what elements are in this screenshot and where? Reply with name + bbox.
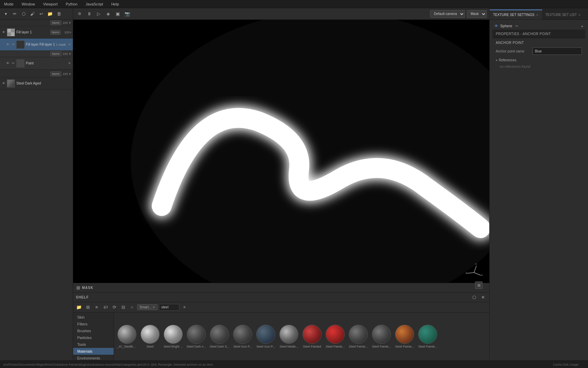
steel-blend-row: Norm 100 ▾	[0, 71, 73, 77]
shelf-cat-tools[interactable]: Tools	[73, 341, 114, 348]
mask-visibility-icon[interactable]: 👁	[5, 42, 10, 47]
shelf-item-12[interactable]: Steel Painte...	[394, 325, 415, 348]
paint-layer-thumbnail	[16, 59, 24, 67]
texture-set-edit-icon[interactable]: ✏	[516, 24, 518, 28]
shelf-cat-environments[interactable]: Environments	[73, 355, 114, 361]
paint-close-icon[interactable]: ✕	[67, 61, 71, 65]
shelf-item-3[interactable]: Steel Dark A...	[186, 325, 207, 348]
shelf-close-search[interactable]: ✕	[181, 304, 188, 311]
tab-texture-set-settings[interactable]: TEXTURE SET SETTINGS ✕	[490, 10, 542, 19]
pause-icon[interactable]: ⏸	[85, 10, 93, 18]
anchor-name-input[interactable]	[533, 47, 582, 55]
shelf: SHELF ⬡ ✕ 📁 ⊞ ≡ 🏷 ⟳ ⊟ ○ Smart... ✕	[73, 292, 489, 361]
shelf-item-4[interactable]: Steel Dark S...	[209, 325, 230, 348]
shelf-item-5[interactable]: Steel Gun P...	[232, 325, 253, 348]
trash-icon[interactable]: 🗑	[55, 10, 63, 18]
display-mode-select[interactable]: Mask	[467, 10, 487, 18]
menu-python[interactable]: Python	[64, 1, 79, 7]
viewport-toolbar: ⚙ ⏸ ▷ ◈ ▣ 📷 Default camera Mask	[73, 8, 489, 20]
shelf-cat-skin[interactable]: Skin	[73, 314, 114, 321]
menu-help[interactable]: Help	[110, 1, 120, 7]
paint-blend-badge[interactable]: Norm	[50, 51, 61, 56]
fill-layer-opacity: 100	[61, 31, 69, 34]
paint-pen-icon[interactable]: ✏	[11, 61, 16, 66]
menu-mode[interactable]: Mode	[3, 1, 15, 7]
svg-line-4	[474, 273, 481, 275]
references-header[interactable]: ▾ References	[496, 57, 582, 63]
viewport-mode-icon[interactable]: ▷	[95, 10, 102, 18]
paint-blend-row: Norm 100 ▾	[0, 51, 73, 57]
shelf-item-8[interactable]: Steel Painted	[302, 325, 322, 348]
shelf-item-2[interactable]: Steel Bright ...	[163, 325, 183, 348]
fill-layer-blend[interactable]: Norm	[50, 30, 61, 35]
tab-texture-set-list[interactable]: TEXTURE SET LIST ✕	[542, 10, 585, 19]
shelf-item-9[interactable]: Steel Painte...	[325, 325, 345, 348]
shelf-cat-materials[interactable]: Materials	[73, 348, 114, 355]
tab-settings-close[interactable]: ✕	[536, 13, 539, 17]
shelf-item-1[interactable]: Steel	[140, 325, 160, 348]
brush-tool-icon[interactable]: ✏	[11, 10, 18, 18]
blend-row: Norm 100 ▾	[0, 20, 73, 26]
steel-blend-badge[interactable]: Norm	[50, 72, 61, 76]
shelf-item-0[interactable]: _JC_SteelBase	[117, 325, 137, 348]
layer-panel: 👁 Fill layer 1 Norm 100 ▾ 👁 ✏ Fill layer…	[0, 26, 73, 361]
shelf-expand-icon[interactable]: ⬡	[470, 294, 478, 301]
texture-set-eye-icon[interactable]: 👁	[494, 24, 498, 28]
shelf-item-13[interactable]: Steel Painte...	[418, 325, 438, 348]
smart-tab-close[interactable]: ✕	[152, 306, 155, 309]
steel-layer-item[interactable]: 👁 Steel Dark Aged	[0, 77, 73, 90]
mask-pen-icon[interactable]: ✏	[11, 42, 16, 47]
shelf-label-3: Steel Dark A...	[186, 345, 207, 348]
shelf-thumb-3	[187, 325, 206, 344]
steel-visibility-icon[interactable]: 👁	[1, 81, 6, 86]
shelf-filter-icon[interactable]: ⊟	[119, 304, 127, 311]
mask-close-icon[interactable]: ✕	[67, 43, 71, 47]
shelf-label-0: _JC_SteelBase	[117, 345, 137, 348]
shelf-folder-icon[interactable]: 📁	[75, 304, 83, 311]
lasso-icon[interactable]: ⬡	[20, 10, 27, 18]
camera-select[interactable]: Default camera	[430, 10, 465, 18]
shelf-thumb-11	[372, 325, 391, 344]
shelf-tag-icon[interactable]: 🏷	[102, 304, 109, 311]
shelf-search-input[interactable]	[159, 304, 179, 311]
render-icon[interactable]: ▣	[114, 10, 121, 18]
shelf-cat-brushes[interactable]: Brushes	[73, 327, 114, 334]
properties-panel: PROPERTIES - ANCHOR POINT ANCHOR POINT A…	[492, 30, 585, 73]
blend-mode-badge[interactable]: Norm	[50, 20, 61, 25]
camera-capture-icon[interactable]: 📷	[124, 10, 131, 18]
paint-visibility-icon[interactable]: 👁	[5, 61, 10, 66]
shelf-cat-particles[interactable]: Particles	[73, 334, 114, 341]
smart-tab[interactable]: Smart... ✕	[137, 304, 158, 310]
viewport-settings-icon[interactable]: ⚙	[76, 10, 83, 18]
fill-layer-mask-item[interactable]: 👁 ✏ Fill layer Fill layer 1 1 mask ✕	[0, 39, 73, 51]
layer-visibility-icon[interactable]: 👁	[1, 30, 6, 35]
material-icon[interactable]: ◈	[104, 10, 112, 18]
arc-icon[interactable]: ↩	[37, 10, 45, 18]
paint-opacity: 100	[63, 52, 68, 56]
svg-rect-1	[7, 29, 11, 32]
shelf-close-icon[interactable]: ✕	[479, 294, 487, 301]
tab-list-close[interactable]: ✕	[578, 13, 581, 17]
shelf-item-6[interactable]: Steel Gun P...	[256, 325, 276, 348]
menu-javascript[interactable]: JavaScript	[84, 1, 104, 7]
left-panel: ▾ ✏ ⬡ 🖌 ↩ 📁 🗑 Norm 100 ▾ 👁 Fill layer 1 …	[0, 8, 73, 361]
dropdown-icon[interactable]: ▾	[2, 10, 10, 18]
shelf-item-7[interactable]: Steel Medie...	[279, 325, 299, 348]
shelf-circle-icon[interactable]: ○	[128, 304, 136, 311]
shelf-item-11[interactable]: Steel Painte...	[371, 325, 392, 348]
shelf-list-icon[interactable]: ≡	[93, 304, 100, 311]
shelf-label-6: Steel Gun P...	[256, 345, 276, 348]
shelf-item-10[interactable]: Steel Painte...	[348, 325, 369, 348]
references-chevron-icon: ▾	[496, 59, 497, 62]
folder-icon[interactable]: 📁	[46, 10, 54, 18]
paint-layer-item[interactable]: 👁 ✏ Paint ✕	[0, 57, 73, 70]
mask-indicator	[77, 286, 80, 290]
menu-viewport[interactable]: Viewport	[42, 1, 59, 7]
shelf-grid-icon[interactable]: ⊞	[84, 304, 92, 311]
shelf-sync-icon[interactable]: ⟳	[111, 304, 118, 311]
paint-bucket-icon[interactable]: 🖌	[29, 10, 36, 18]
fill-layer-item[interactable]: 👁 Fill layer 1 Norm 100 ▾	[0, 26, 73, 39]
shelf-cat-filters[interactable]: Filters	[73, 321, 114, 327]
menu-window[interactable]: Window	[20, 1, 36, 7]
texture-set-sphere[interactable]: 👁 Sphere ✏ ▸	[492, 22, 585, 30]
